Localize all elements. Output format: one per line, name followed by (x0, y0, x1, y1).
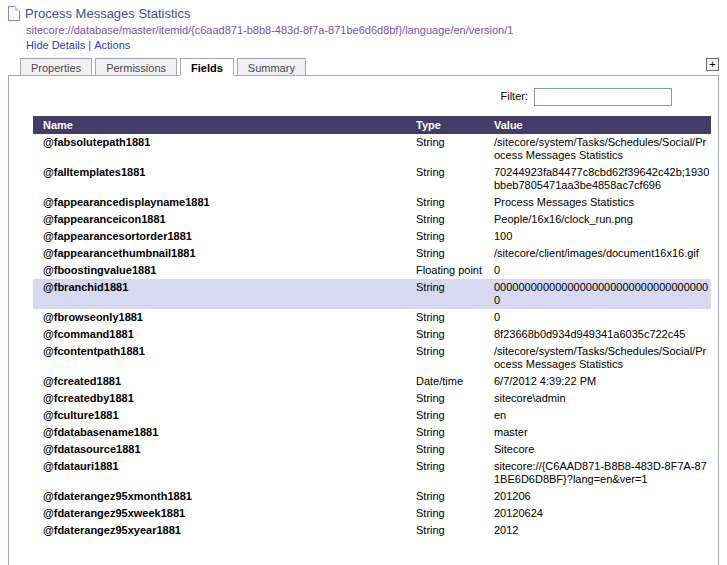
table-row[interactable]: @fabsolutepath1881String/sitecore/system… (33, 134, 711, 164)
field-value-cell: 0 (484, 309, 711, 326)
field-name-cell: @fbranchid1881 (33, 279, 406, 309)
table-row[interactable]: @fboostingvalue1881Floating point0 (33, 262, 711, 279)
expand-button[interactable]: + (706, 58, 719, 71)
field-type-cell: String (406, 309, 484, 326)
field-value-cell: sitecore://{C6AAD871-B8B8-483D-8F7A-871B… (484, 458, 711, 488)
table-row[interactable]: @fcreatedby1881Stringsitecore\admin (33, 390, 711, 407)
field-type-cell: String (406, 522, 484, 539)
hide-details-link[interactable]: Hide Details (26, 39, 85, 51)
field-type-cell: String (406, 194, 484, 211)
field-type-cell: Floating point (406, 262, 484, 279)
field-type-cell: String (406, 326, 484, 343)
field-name-cell: @fappearanceicon1881 (33, 211, 406, 228)
fields-table: Name Type Value @fabsolutepath1881String… (33, 116, 711, 539)
tab-permissions[interactable]: Permissions (95, 58, 177, 76)
field-name-cell: @fcreated1881 (33, 373, 406, 390)
field-value-cell: 100 (484, 228, 711, 245)
field-name-cell: @fcontentpath1881 (33, 343, 406, 373)
field-name-cell: @fcommand1881 (33, 326, 406, 343)
table-row[interactable]: @falltemplates1881String70244923fa84477c… (33, 164, 711, 194)
filter-input[interactable] (534, 88, 672, 106)
field-value-cell: master (484, 424, 711, 441)
item-header: Process Messages Statistics sitecore://d… (0, 0, 727, 51)
table-row[interactable]: @fbrowseonly1881String0 (33, 309, 711, 326)
tab-summary[interactable]: Summary (237, 58, 306, 76)
field-name-cell: @fboostingvalue1881 (33, 262, 406, 279)
field-type-cell: String (406, 458, 484, 488)
field-type-cell: String (406, 134, 484, 164)
field-type-cell: String (406, 245, 484, 262)
field-value-cell: 6/7/2012 4:39:22 PM (484, 373, 711, 390)
link-separator: | (88, 39, 91, 51)
field-name-cell: @fappearancesortorder1881 (33, 228, 406, 245)
field-name-cell: @fdatauri1881 (33, 458, 406, 488)
field-value-cell: 000000000000000000000000000000000000 (484, 279, 711, 309)
field-value-cell: 2012 (484, 522, 711, 539)
field-value-cell: 201206 (484, 488, 711, 505)
fields-table-body: @fabsolutepath1881String/sitecore/system… (33, 134, 711, 539)
field-name-cell: @fcreatedby1881 (33, 390, 406, 407)
table-row[interactable]: @fappearancedisplayname1881StringProcess… (33, 194, 711, 211)
table-row[interactable]: @fappearancesortorder1881String100 (33, 228, 711, 245)
field-value-cell: sitecore\admin (484, 390, 711, 407)
tab-properties[interactable]: Properties (20, 58, 92, 76)
field-value-cell: /sitecore/system/Tasks/Schedules/Social/… (484, 134, 711, 164)
field-type-cell: Date/time (406, 373, 484, 390)
document-icon (8, 6, 20, 21)
header-links: Hide Details|Actions (26, 39, 719, 51)
field-value-cell: 0 (484, 262, 711, 279)
field-name-cell: @fdatasource1881 (33, 441, 406, 458)
field-type-cell: String (406, 488, 484, 505)
field-value-cell: /sitecore/client/images/document16x16.gi… (484, 245, 711, 262)
title-row: Process Messages Statistics (8, 6, 719, 21)
table-row[interactable]: @fcontentpath1881String/sitecore/system/… (33, 343, 711, 373)
table-row[interactable]: @fdaterangez95xweek1881String20120624 (33, 505, 711, 522)
actions-link[interactable]: Actions (94, 39, 130, 51)
filter-label: Filter: (501, 90, 529, 102)
table-row[interactable]: @fculture1881Stringen (33, 407, 711, 424)
field-value-cell: /sitecore/system/Tasks/Schedules/Social/… (484, 343, 711, 373)
field-type-cell: String (406, 505, 484, 522)
field-type-cell: String (406, 390, 484, 407)
field-name-cell: @falltemplates1881 (33, 164, 406, 194)
column-header-value: Value (484, 116, 711, 134)
field-value-cell: Sitecore (484, 441, 711, 458)
field-value-cell: 8f23668b0d934d949341a6035c722c45 (484, 326, 711, 343)
field-type-cell: String (406, 424, 484, 441)
table-row[interactable]: @fdatabasename1881Stringmaster (33, 424, 711, 441)
field-name-cell: @fdaterangez95xmonth1881 (33, 488, 406, 505)
field-type-cell: String (406, 407, 484, 424)
page-title: Process Messages Statistics (25, 6, 190, 21)
table-row[interactable]: @fappearancethumbnail1881String/sitecore… (33, 245, 711, 262)
table-row[interactable]: @fcommand1881String8f23668b0d934d949341a… (33, 326, 711, 343)
field-value-cell: en (484, 407, 711, 424)
field-value-cell: 70244923fa84477c8cbd62f39642c42b;1930bbe… (484, 164, 711, 194)
tab-fields[interactable]: Fields (180, 58, 234, 76)
tab-strip: Properties Permissions Fields Summary + (8, 55, 719, 75)
item-uri: sitecore://database/master/itemid/{c6aad… (26, 24, 719, 36)
field-name-cell: @fappearancedisplayname1881 (33, 194, 406, 211)
page: Process Messages Statistics sitecore://d… (0, 0, 727, 565)
table-row[interactable]: @fappearanceicon1881StringPeople/16x16/c… (33, 211, 711, 228)
table-row[interactable]: @fdaterangez95xmonth1881String201206 (33, 488, 711, 505)
table-row[interactable]: @fdatauri1881Stringsitecore://{C6AAD871-… (33, 458, 711, 488)
table-row[interactable]: @fcreated1881Date/time6/7/2012 4:39:22 P… (33, 373, 711, 390)
table-header-row: Name Type Value (33, 116, 711, 134)
table-row[interactable]: @fdaterangez95xyear1881String2012 (33, 522, 711, 539)
field-type-cell: String (406, 279, 484, 309)
table-row[interactable]: @fdatasource1881StringSitecore (33, 441, 711, 458)
filter-row: Filter: (9, 76, 718, 116)
table-row[interactable]: @fbranchid1881String00000000000000000000… (33, 279, 711, 309)
field-type-cell: String (406, 211, 484, 228)
field-type-cell: String (406, 343, 484, 373)
field-value-cell: 20120624 (484, 505, 711, 522)
field-name-cell: @fbrowseonly1881 (33, 309, 406, 326)
field-name-cell: @fdatabasename1881 (33, 424, 406, 441)
field-name-cell: @fdaterangez95xweek1881 (33, 505, 406, 522)
field-type-cell: String (406, 228, 484, 245)
field-value-cell: Process Messages Statistics (484, 194, 711, 211)
field-name-cell: @fappearancethumbnail1881 (33, 245, 406, 262)
field-type-cell: String (406, 164, 484, 194)
column-header-name: Name (33, 116, 406, 134)
field-value-cell: People/16x16/clock_run.png (484, 211, 711, 228)
